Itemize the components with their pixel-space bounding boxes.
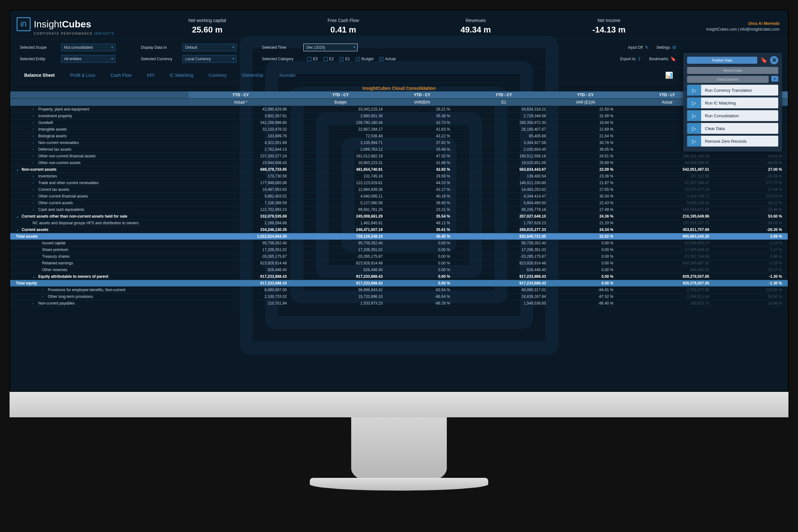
table-row[interactable]: Non-current payables210,701.941,533,973.… <box>10 300 788 307</box>
chart-icon[interactable]: 📊 <box>665 71 673 79</box>
tab-profit-loss[interactable]: Profit & Loss <box>69 71 96 80</box>
row-label: Goodwill <box>10 119 189 126</box>
cell: 26,165,407.67 <box>456 126 552 133</box>
settings-link[interactable]: Settings⚙ <box>656 44 676 50</box>
table-row[interactable]: Other current assets7,106,388.595,127,09… <box>10 200 788 206</box>
cell: 626,446.40 <box>293 267 389 273</box>
tab-cash-flow[interactable]: Cash Flow <box>109 71 133 80</box>
cell: 15,720,996.10 <box>293 293 389 300</box>
table-row[interactable]: Treasury shares-20,265,175.87-20,265,175… <box>10 253 788 260</box>
tab-currency[interactable]: Currency <box>207 71 228 80</box>
cell: 145,043,671.65 <box>619 206 715 213</box>
table-row[interactable]: Other non-current assets23,944,506.4316,… <box>10 159 788 166</box>
action-run-ic-matching[interactable]: ▷Run IC Matching <box>687 97 778 108</box>
table-row[interactable]: Cash and cash equivalents122,702,993.239… <box>10 206 788 213</box>
category-checkbox-e2[interactable]: E2 <box>323 57 334 61</box>
tab-kpi[interactable]: KPI <box>146 71 155 80</box>
category-checkbox-budget[interactable]: ✓Budget <box>356 57 373 61</box>
table-row[interactable]: Total equity917,233,888.43917,233,888.43… <box>10 280 788 287</box>
kpi-revenues: Revenues 49.34 m <box>461 18 491 35</box>
action-clear-data[interactable]: ▷Clear Data <box>687 123 778 134</box>
table-row[interactable]: Equity attributable to owners of parent9… <box>10 273 788 280</box>
kpi-nwc: Net working capital 25.60 m <box>188 18 226 35</box>
cell: 2,100,733.02 <box>189 293 293 300</box>
table-row[interactable]: Intangible assets32,103,478.3222,667,284… <box>10 126 788 133</box>
table-row[interactable]: Current assets334,246,130.35246,471,507.… <box>10 227 788 233</box>
play-icon: ▷ <box>687 97 701 108</box>
category-checkbox-e1[interactable]: ✓E1 <box>339 57 350 61</box>
cell: 0.00 % <box>389 247 456 253</box>
cell: 1,022,624,864.30 <box>189 233 293 240</box>
tab-journals[interactable]: Journals <box>277 71 297 80</box>
explorer-button[interactable]: Data Explorer <box>687 76 769 83</box>
cell: 17,206,351.02 <box>293 247 389 253</box>
action-remove-zero-records[interactable]: ▷Remove Zero Records <box>687 136 778 147</box>
table-row[interactable]: Deferred tax assets2,762,644.132,069,763… <box>10 146 788 153</box>
table-row[interactable]: Other current financial assets5,662,403.… <box>10 193 788 200</box>
table-row[interactable]: Current assets other than non-current as… <box>10 213 788 220</box>
display-dropdown[interactable]: Default <box>182 44 237 51</box>
revert-button[interactable]: Revert Data <box>687 67 778 74</box>
cell: 1,787,629.23 <box>456 220 552 227</box>
kpi-netincome: Net Income -14.13 m <box>592 18 626 35</box>
scope-dropdown[interactable]: Not consolidated <box>61 44 115 51</box>
cell: 23.36 % <box>552 173 619 180</box>
action-run-currency-translation[interactable]: ▷Run Currency Translation <box>687 85 778 96</box>
category-checkbox-e3[interactable]: E3 <box>307 57 318 61</box>
table-row[interactable]: Non-current receivables4,322,051.693,135… <box>10 139 788 146</box>
cell: 43.22 % <box>389 133 456 139</box>
table-row[interactable]: Provisions for employee benefits, Non-cu… <box>10 287 788 293</box>
table-row[interactable]: Inventories170,730.56131,745.1829.59 %13… <box>10 173 788 180</box>
cell: 0.00 % <box>552 280 619 287</box>
tab-balance-sheet[interactable]: Balance Sheet <box>23 71 56 80</box>
bookmarks-link[interactable]: Bookmarks🔖 <box>649 56 676 62</box>
tab-ic-matching[interactable]: IC Matching <box>168 71 195 80</box>
table-row[interactable]: Goodwill342,258,998.80239,790,160.4442.7… <box>10 119 788 126</box>
cell: 33.48 % <box>389 146 456 153</box>
cell: 16.46 % <box>715 300 788 307</box>
table-row[interactable]: Share premium17,206,351.0217,206,351.020… <box>10 247 788 253</box>
time-dropdown[interactable]: Dec (2020) <box>303 44 357 51</box>
close-panel-icon[interactable]: ✕ <box>770 56 778 64</box>
table-row[interactable]: NC assets and disposal groups HFS and di… <box>10 220 788 227</box>
cell: 1,533,973.23 <box>293 300 389 307</box>
tab-ownership[interactable]: Ownership <box>241 71 264 80</box>
table-row[interactable]: Property, plant and equipment42,080,429.… <box>10 106 788 113</box>
cell: 35.61 % <box>389 227 456 233</box>
table-row[interactable]: Total assets1,022,624,864.30728,126,248.… <box>10 233 788 240</box>
table-row[interactable]: Non-current assets688,378,733.95481,654,… <box>10 166 788 173</box>
cell: 1,462,845.91 <box>293 220 389 227</box>
cell: 14,483,253.62 <box>456 186 552 193</box>
cell: 0.00 % <box>552 253 619 260</box>
table-row[interactable]: Biological assets103,889.7672,536.4843.2… <box>10 133 788 139</box>
table-row[interactable]: Other non-current financial assets237,20… <box>10 153 788 159</box>
panel-bookmark-icon[interactable]: 🔖 <box>760 56 768 64</box>
action-run-consolidation[interactable]: ▷Run Consolidation <box>687 110 778 121</box>
export-link[interactable]: Export to⇪ <box>620 56 642 62</box>
cell: 37.82 % <box>389 139 456 146</box>
cell: 47,107,296.47 <box>619 180 715 186</box>
publish-button[interactable]: Publish Data <box>687 57 757 64</box>
cell: 268,815,277.33 <box>456 227 552 233</box>
table-row[interactable]: Other reserves626,446.40626,446.400.00 %… <box>10 267 788 273</box>
cell: -15.40 % <box>715 206 788 213</box>
cell: 22.43 % <box>552 200 619 206</box>
explorer-close-icon[interactable]: × <box>771 76 778 81</box>
cell: 120.83 % <box>715 287 788 293</box>
category-checkbox-actual[interactable]: ✓Actual <box>379 57 395 61</box>
cell: 277.75 % <box>715 180 788 186</box>
table-row[interactable]: Retained earnings823,926,914.48823,926,9… <box>10 260 788 267</box>
input-toggle[interactable]: Input Off✎ <box>628 44 649 50</box>
table-row[interactable]: Trade and other current receivables177,9… <box>10 180 788 186</box>
entity-dropdown[interactable]: All entities <box>61 55 115 63</box>
cell: 103,889.76 <box>189 133 293 139</box>
row-label: Trade and other current receivables <box>10 180 189 186</box>
cell: 1,549,538.65 <box>456 300 552 307</box>
table-row[interactable]: Other long-term provisions2,100,733.0215… <box>10 293 788 300</box>
table-row[interactable]: Issued capital95,739,352.4095,739,352.40… <box>10 240 788 247</box>
currency-dropdown[interactable]: Local Currency <box>182 55 237 63</box>
table-row[interactable]: Investment property3,602,357.612,660,901… <box>10 113 788 119</box>
kpi-label: Net Income <box>592 18 626 25</box>
time-label: Selected Time <box>262 45 300 50</box>
table-row[interactable]: Current tax assets18,487,953.8312,994,93… <box>10 186 788 193</box>
